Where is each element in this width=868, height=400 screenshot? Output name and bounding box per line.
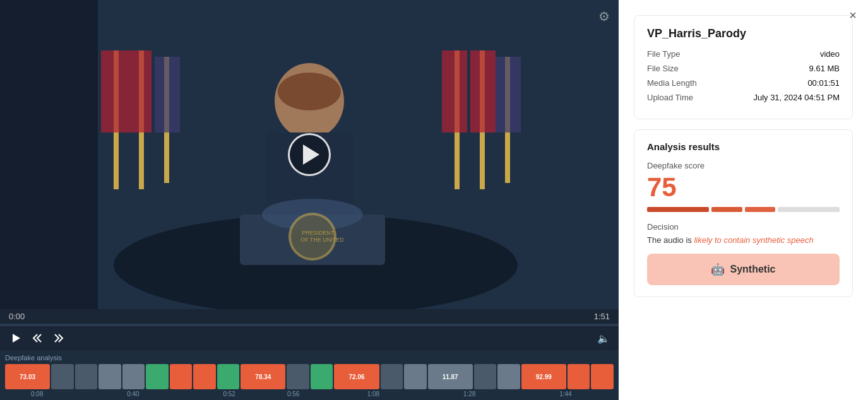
segment-19[interactable]: 92.99 [521,364,566,389]
timeline-bar[interactable] [0,324,619,326]
svg-text:OF THE UNITED: OF THE UNITED [300,237,344,243]
segment-4[interactable] [98,364,121,389]
svg-rect-18 [496,57,521,132]
segment-14[interactable] [381,364,403,389]
timestamps-row: 0:08 0:40 0:52 0:56 1:08 1:28 1:44 [5,389,614,400]
modal-container: × [0,0,868,400]
decision-text-highlight: likely to contain synthetic speech [694,235,813,245]
svg-rect-8 [101,50,126,132]
forward-icon [53,332,64,344]
controls-row: 🔈 [0,326,619,350]
decision-label: Decision [647,222,840,232]
decision-text: The audio is likely to contain synthetic… [647,235,840,245]
segment-1[interactable]: 73.03 [5,364,50,389]
close-button[interactable]: × [849,9,857,21]
segment-20[interactable] [568,364,590,389]
segment-2[interactable] [51,364,74,389]
ts-1:44: 1:44 [518,391,614,397]
file-type-value: video [820,49,840,59]
svg-marker-24 [13,334,20,343]
svg-rect-16 [470,50,496,132]
synthetic-button-label: Synthetic [730,264,775,275]
segment-6[interactable] [146,364,169,389]
score-bar-seg-1 [647,207,709,212]
file-title: VP_Harris_Parody [647,27,840,40]
segment-13[interactable]: 72.06 [334,364,379,389]
segment-18[interactable] [497,364,520,389]
segments-row: 73.03 78.34 [5,364,614,389]
svg-rect-10 [126,50,152,132]
segment-7[interactable] [170,364,193,389]
segment-9[interactable] [217,364,240,389]
ts-0:52: 0:52 [197,391,261,397]
file-size-row: File Size 9.61 MB [647,64,840,73]
ts-0:40: 0:40 [69,391,197,397]
media-length-label: Media Length [647,78,697,88]
video-placeholder: PRESIDENT OF THE UNITED ⚙ [0,0,619,309]
play-icon [10,332,21,344]
robot-icon: 🤖 [711,262,725,276]
score-bar-seg-3 [745,207,776,212]
file-size-label: File Size [647,64,679,73]
analysis-title: Analysis results [647,141,840,152]
analysis-card: Analysis results Deepfake score 75 Decis… [634,129,853,297]
deepfake-strip: Deepfake analysis 73.03 [0,350,619,400]
file-type-row: File Type video [647,49,840,59]
volume-icon: 🔈 [597,332,610,344]
svg-rect-0 [0,0,98,309]
upload-time-value: July 31, 2024 04:51 PM [753,93,840,102]
segment-3[interactable] [75,364,98,389]
svg-rect-12 [155,57,180,132]
svg-point-23 [278,73,341,110]
forward-button[interactable] [52,331,66,345]
segment-5[interactable] [122,364,145,389]
score-label: Deepfake score [647,161,840,170]
synthetic-button[interactable]: 🤖 Synthetic [647,254,840,285]
score-bar-seg-4 [778,207,840,212]
score-bar-seg-2 [711,207,742,212]
file-size-value: 9.61 MB [809,64,840,73]
ts-0:56: 0:56 [261,391,325,397]
ts-1:08: 1:08 [325,391,421,397]
rewind-button[interactable] [30,331,44,345]
ts-1:28: 1:28 [422,391,518,397]
svg-rect-14 [442,50,467,132]
segment-15[interactable] [404,364,427,389]
segment-21[interactable] [591,364,614,389]
deepfake-label: Deepfake analysis [5,354,614,362]
media-length-row: Media Length 00:01:51 [647,78,840,88]
decision-text-prefix: The audio is [647,235,694,245]
segment-17[interactable] [474,364,497,389]
ts-0:08: 0:08 [5,391,69,397]
upload-time-label: Upload Time [647,93,693,102]
video-section: PRESIDENT OF THE UNITED ⚙ 0:00 1:51 [0,0,619,400]
time-total: 1:51 [594,312,610,321]
segment-10[interactable]: 78.34 [241,364,285,389]
svg-text:PRESIDENT: PRESIDENT [302,230,335,236]
segment-11[interactable] [287,364,309,389]
play-button-overlay[interactable] [288,133,331,176]
segment-8[interactable] [193,364,216,389]
upload-time-row: Upload Time July 31, 2024 04:51 PM [647,93,840,102]
score-number: 75 [647,174,840,201]
info-panel: VP_Harris_Parody File Type video File Si… [619,0,868,400]
play-pause-button[interactable] [9,331,23,345]
time-current: 0:00 [9,312,25,321]
score-bar [647,207,840,212]
file-info-card: VP_Harris_Parody File Type video File Si… [634,15,853,119]
video-wrapper: PRESIDENT OF THE UNITED ⚙ [0,0,619,309]
watermark-icon: ⚙ [598,9,610,24]
segment-12[interactable] [311,364,333,389]
rewind-icon [32,332,43,344]
play-triangle-icon [303,144,319,165]
segment-16[interactable]: 11.87 [428,364,473,389]
file-type-label: File Type [647,49,681,59]
media-length-value: 00:01:51 [807,78,840,88]
